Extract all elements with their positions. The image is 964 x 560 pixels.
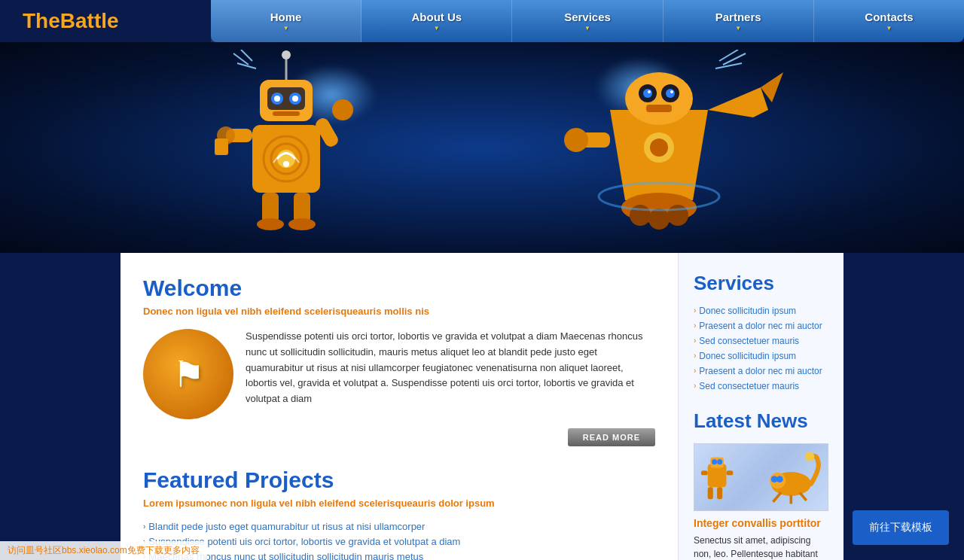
arrow-icon: › bbox=[694, 367, 696, 375]
welcome-subtitle: Donec non ligula vel nibh eleifend scele… bbox=[143, 306, 655, 317]
service-link[interactable]: Praesent a dolor nec mi auctor bbox=[699, 366, 822, 376]
nav-item-partners[interactable]: Partners ▼ bbox=[664, 0, 814, 42]
robot-left bbox=[211, 50, 384, 253]
logo-highlight: Battle bbox=[60, 9, 119, 32]
featured-list: ›Blandit pede justo eget quamurabitur ut… bbox=[143, 521, 655, 560]
svg-point-23 bbox=[257, 218, 284, 230]
list-item: ›Donec sollicitudin ipsum bbox=[694, 306, 828, 316]
chevron-down-icon: ▼ bbox=[886, 25, 892, 32]
svg-point-30 bbox=[625, 72, 693, 125]
featured-link[interactable]: Blandit pede justo eget quamurabitur ut … bbox=[148, 521, 425, 532]
svg-point-16 bbox=[283, 161, 289, 167]
svg-point-9 bbox=[274, 96, 280, 102]
content-box: Welcome Donec non ligula vel nibh eleife… bbox=[120, 253, 678, 560]
main-wrapper: Welcome Donec non ligula vel nibh eleife… bbox=[0, 253, 964, 560]
svg-point-51 bbox=[712, 459, 717, 464]
welcome-title: Welcome bbox=[143, 275, 655, 301]
svg-line-26 bbox=[723, 53, 746, 65]
svg-rect-37 bbox=[646, 105, 672, 112]
sidebar: Services ›Donec sollicitudin ipsum ›Prae… bbox=[678, 253, 844, 560]
chevron-down-icon: ▼ bbox=[735, 25, 741, 32]
svg-point-24 bbox=[288, 218, 316, 230]
header: TheBattle Home ▼ About Us ▼ Services ▼ P… bbox=[0, 0, 964, 42]
arrow-icon: › bbox=[694, 321, 696, 330]
svg-rect-11 bbox=[273, 111, 300, 116]
welcome-read-more[interactable]: READ MORE bbox=[568, 428, 655, 446]
chevron-down-icon: ▼ bbox=[434, 25, 440, 32]
nav-item-home[interactable]: Home ▼ bbox=[211, 0, 362, 42]
svg-point-52 bbox=[717, 459, 722, 464]
svg-point-1 bbox=[282, 50, 291, 59]
chevron-down-icon: ▼ bbox=[584, 25, 590, 32]
logo: TheBattle bbox=[23, 9, 119, 33]
svg-line-62 bbox=[773, 492, 781, 501]
news-image bbox=[694, 443, 828, 511]
list-item: ›Suspendisse potenti uis orci tortor, lo… bbox=[143, 536, 655, 547]
svg-point-60 bbox=[776, 476, 783, 482]
featured-title: Featured Projects bbox=[143, 467, 655, 493]
svg-point-10 bbox=[292, 96, 298, 102]
svg-point-61 bbox=[805, 452, 814, 461]
list-item: ›Donec sollicitudin ipsum bbox=[694, 351, 828, 361]
svg-marker-38 bbox=[708, 87, 768, 117]
main-nav: Home ▼ About Us ▼ Services ▼ Partners ▼ … bbox=[211, 0, 964, 42]
svg-line-64 bbox=[800, 492, 807, 501]
logo-prefix: The bbox=[23, 9, 60, 32]
list-item: ›Maecenas rhoncus nunc ut sollicitudin s… bbox=[143, 551, 655, 560]
list-item: ›Sed consectetuer mauris bbox=[694, 381, 828, 391]
list-item: ›Blandit pede justo eget quamurabitur ut… bbox=[143, 521, 655, 532]
svg-rect-25 bbox=[215, 138, 228, 155]
featured-section: Featured Projects Lorem ipsumonec non li… bbox=[143, 467, 655, 560]
arrow-icon: › bbox=[694, 336, 696, 345]
bullet-icon: › bbox=[143, 522, 145, 531]
list-item: ›Praesent a dolor nec mi auctor bbox=[694, 321, 828, 331]
services-title: Services bbox=[694, 272, 828, 295]
service-link[interactable]: Donec sollicitudin ipsum bbox=[699, 351, 796, 361]
svg-point-34 bbox=[666, 89, 675, 98]
service-link[interactable]: Sed consectetuer mauris bbox=[699, 381, 799, 391]
svg-rect-55 bbox=[701, 470, 708, 475]
svg-line-3 bbox=[241, 50, 252, 61]
svg-rect-56 bbox=[726, 470, 733, 475]
arrow-icon: › bbox=[694, 382, 696, 390]
arrow-icon: › bbox=[694, 306, 696, 315]
news-item-body: Senectus sit amet, adipiscing non, leo. … bbox=[694, 534, 828, 560]
svg-rect-53 bbox=[708, 487, 713, 499]
services-list: ›Donec sollicitudin ipsum ›Praesent a do… bbox=[694, 306, 828, 391]
nav-item-contacts[interactable]: Contacts ▼ bbox=[814, 0, 964, 42]
svg-rect-54 bbox=[717, 487, 722, 499]
service-link[interactable]: Donec sollicitudin ipsum bbox=[699, 306, 796, 316]
watermark: 访问皿号社区bbs.xieolao.com免费下载更多内容 bbox=[0, 541, 207, 560]
svg-point-35 bbox=[648, 90, 651, 93]
news-item-title: Integer convallis porttitor bbox=[694, 517, 828, 529]
svg-point-41 bbox=[564, 128, 588, 152]
svg-point-33 bbox=[643, 89, 652, 98]
featured-subtitle: Lorem ipsumonec non ligula vel nibh elei… bbox=[143, 498, 655, 509]
arrow-icon: › bbox=[694, 352, 696, 360]
watermark-text: 访问皿号社区bbs.xieolao.com免费下载更多内容 bbox=[8, 545, 200, 555]
nav-item-services[interactable]: Services ▼ bbox=[512, 0, 663, 42]
svg-point-36 bbox=[670, 90, 673, 93]
flag-icon: ⚑ bbox=[172, 353, 205, 395]
svg-point-45 bbox=[648, 208, 670, 230]
list-item: ›Sed consectetuer mauris bbox=[694, 336, 828, 346]
svg-point-20 bbox=[332, 99, 353, 120]
welcome-icon: ⚑ bbox=[143, 329, 233, 419]
service-link[interactable]: Praesent a dolor nec mi auctor bbox=[699, 321, 822, 331]
welcome-body: Suspendisse potenti uis orci tortor, lob… bbox=[246, 329, 655, 419]
service-link[interactable]: Sed consectetuer mauris bbox=[699, 336, 799, 346]
news-title: Latest News bbox=[694, 409, 828, 433]
nav-item-about[interactable]: About Us ▼ bbox=[362, 0, 512, 42]
robot-right bbox=[535, 50, 783, 245]
list-item: ›Praesent a dolor nec mi auctor bbox=[694, 366, 828, 376]
logo-area: TheBattle bbox=[0, 0, 211, 42]
welcome-section: Welcome Donec non ligula vel nibh eleife… bbox=[143, 275, 655, 446]
svg-line-28 bbox=[715, 63, 742, 68]
download-button[interactable]: 前往下载模板 bbox=[853, 510, 949, 545]
hero-banner bbox=[0, 42, 964, 253]
svg-point-48 bbox=[650, 138, 668, 157]
chevron-down-icon: ▼ bbox=[283, 25, 289, 32]
welcome-content: ⚑ Suspendisse potenti uis orci tortor, l… bbox=[143, 329, 655, 419]
